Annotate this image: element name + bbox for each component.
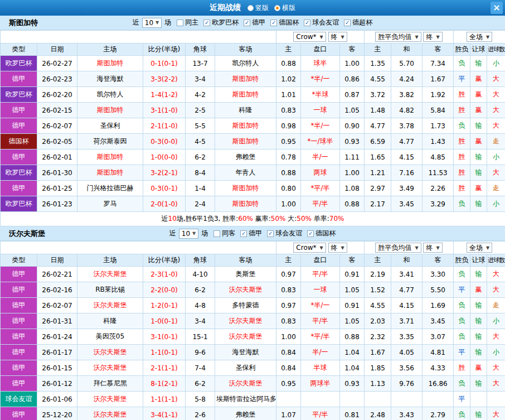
goals-result-cell: 大 <box>487 103 505 118</box>
score-cell: 1-2(0-1) <box>143 298 186 313</box>
filter-checkbox-欧罗巴杯[interactable]: ✓欧罗巴杯 <box>203 18 239 27</box>
match-row: 德甲26-02-07沃尔夫斯堡1-2(0-1)4-8多特蒙德0.97*半/一0.… <box>1 298 505 313</box>
filter-checkbox-球会友谊[interactable]: ✓球会友谊 <box>267 229 302 238</box>
date-cell: 26-02-07 <box>37 298 77 313</box>
filter-checkbox-同主[interactable]: 同主 <box>177 18 198 27</box>
home-team-cell: 沃尔夫斯堡 <box>77 392 143 407</box>
europe-stage-select[interactable]: 终▼ <box>423 243 442 253</box>
asia-home-odds-cell: 0.78 <box>276 149 301 165</box>
odds-stage-select[interactable]: 终▼ <box>328 32 347 42</box>
radio-unselected-icon[interactable] <box>247 5 254 11</box>
summary-part: 赢率: <box>253 215 271 223</box>
match-count-select[interactable]: 10 ▼ <box>142 18 162 28</box>
europe-odds-select[interactable]: 胜平负均值▼ <box>375 32 421 42</box>
home-team-cell: 科隆 <box>77 313 143 329</box>
filter-checkbox-德甲[interactable]: ✓德甲 <box>240 229 262 238</box>
result-cell: 平 <box>454 345 470 360</box>
euro-home-odds-cell: 2.48 <box>365 407 391 420</box>
radio-selected-icon[interactable] <box>274 5 280 11</box>
col-asia-away: 客 <box>340 254 365 267</box>
goals-result-cell: 大 <box>487 360 505 376</box>
summary-part: 70% <box>329 215 344 223</box>
asia-home-odds-cell: 1.00 <box>276 196 301 212</box>
date-cell: 25-12-20 <box>37 407 77 420</box>
summary-row: 近10场,胜6平1负3, 胜率:60% 赢率:50% 大:50% 单率:70% <box>1 212 505 226</box>
date-cell: 26-01-15 <box>37 360 77 376</box>
home-team-cell: 斯图加特 <box>77 56 143 71</box>
corners-cell: 13-7 <box>186 56 215 71</box>
home-team-cell: 荷尔斯泰因 <box>77 134 143 149</box>
score-cell: 3-1(1-0) <box>143 103 186 118</box>
scope-select[interactable]: 全场▼ <box>467 32 492 42</box>
checkbox-checked-icon[interactable]: ✓ <box>240 230 247 237</box>
match-count-select[interactable]: 10 ▼ <box>179 229 198 239</box>
filter-checkbox-德国杯[interactable]: ✓德国杯 <box>307 229 336 238</box>
select-value: 终 <box>426 243 433 253</box>
type-cell: 德甲 <box>1 298 37 313</box>
asia-away-odds-cell: 0.87 <box>340 87 365 103</box>
section-header: 斯图加特 近 10 ▼ 场 同主✓欧罗巴杯✓德甲✓德国杯✓球会友谊✓德超杯 <box>0 16 505 30</box>
goals-result-cell: 大 <box>487 407 505 420</box>
odds-company-select[interactable]: Crow*▼ <box>293 243 326 253</box>
layout-option-horizontal[interactable]: 横版 <box>274 3 295 13</box>
match-row: 德甲26-02-07圣保利2-1(1-0)5-5斯图加特0.98*半/一0.90… <box>1 118 505 134</box>
odds-stage-select[interactable]: 终▼ <box>328 243 347 253</box>
layout-option-vertical[interactable]: 竖版 <box>247 3 269 13</box>
euro-draw-odds-cell: 3.49 <box>391 181 423 196</box>
select-value: 终 <box>331 32 338 42</box>
result-cell: 胜 <box>454 181 470 196</box>
asia-home-odds-cell: 0.97 <box>276 298 301 313</box>
checkbox-checked-icon[interactable]: ✓ <box>304 20 310 26</box>
score-cell: 1-4(1-2) <box>143 87 186 103</box>
checkbox-checked-icon[interactable]: ✓ <box>267 230 274 237</box>
match-row: 德甲26-01-25门兴格拉德巴赫0-3(0-1)1-4斯图加特0.80*平/半… <box>1 181 505 196</box>
asia-away-odds-cell: 0.93 <box>340 134 365 149</box>
checkbox-checked-icon[interactable]: ✓ <box>270 20 277 26</box>
close-icon[interactable]: × <box>491 2 503 14</box>
filter-checkbox-德甲[interactable]: ✓德甲 <box>244 18 265 27</box>
handicap-result-cell: 输 <box>470 165 487 181</box>
date-cell: 26-02-23 <box>37 71 77 87</box>
date-cell: 26-02-21 <box>37 267 77 282</box>
section-controls: 近 10 ▼ 场 同主✓欧罗巴杯✓德甲✓德国杯✓球会友谊✓德超杯 <box>133 18 372 28</box>
col-result: 胜负 <box>454 254 470 267</box>
europe-odds-select[interactable]: 胜平负均值▼ <box>375 243 421 253</box>
scope-filters: 全场▼ <box>454 31 505 44</box>
matches-table: Crow*▼ 终▼ 胜平负均值▼ 终▼ 全场▼ 类型 日期 主场 比分(半场) <box>0 241 505 420</box>
odds-company-select[interactable]: Crow*▼ <box>293 32 326 42</box>
checkbox-checked-icon[interactable]: ✓ <box>307 230 314 237</box>
asia-away-odds-cell: 0.91 <box>340 298 365 313</box>
asia-away-odds-cell: 0.88 <box>340 329 365 345</box>
checkbox-checked-icon[interactable]: ✓ <box>244 20 250 26</box>
europe-stage-select[interactable]: 终▼ <box>423 32 442 42</box>
handicap-result-cell: 输 <box>470 149 487 165</box>
match-row: 欧罗巴杯26-02-27斯图加特0-1(0-1)13-7凯尔特人0.88球半1.… <box>1 56 505 71</box>
match-row: 德甲26-01-17沃尔夫斯堡1-1(0-1)9-6海登海默0.84半/一1.0… <box>1 345 505 360</box>
scope-select[interactable]: 全场▼ <box>467 243 492 253</box>
chevron-down-icon: ▼ <box>415 245 418 250</box>
filter-checkbox-德超杯[interactable]: ✓德超杯 <box>344 18 372 27</box>
home-team-cell: 海登海默 <box>77 71 143 87</box>
filter-checkbox-德国杯[interactable]: ✓德国杯 <box>270 18 299 27</box>
asia-home-odds-cell: 0.80 <box>276 181 301 196</box>
match-row: 德甲26-02-01斯图加特1-0(0-0)6-2弗赖堡0.78半/一1.111… <box>1 149 505 165</box>
filter-checkbox-label: 欧罗巴杯 <box>212 18 239 27</box>
games-label: 场 <box>164 18 171 27</box>
euro-away-odds-cell <box>423 392 454 407</box>
checkbox-unchecked-icon[interactable] <box>213 230 220 237</box>
away-team-cell: 斯图加特 <box>215 134 276 149</box>
filter-checkbox-同客[interactable]: 同客 <box>213 229 235 238</box>
euro-draw-odds-cell: 3.41 <box>391 267 423 282</box>
col-euro-draw: 和 <box>391 254 423 267</box>
match-row: 德甲26-01-31科隆1-0(0-1)3-4沃尔夫斯堡0.83平/半1.052… <box>1 313 505 329</box>
result-cell: 胜 <box>454 360 470 376</box>
type-cell: 德甲 <box>1 360 37 376</box>
goals-result-cell: 小 <box>487 345 505 360</box>
filter-checkbox-球会友谊[interactable]: ✓球会友谊 <box>304 18 339 27</box>
checkbox-checked-icon[interactable]: ✓ <box>344 20 351 26</box>
asia-home-odds-cell: 0.88 <box>276 56 301 71</box>
checkbox-unchecked-icon[interactable] <box>177 20 183 26</box>
euro-draw-odds-cell: 3.71 <box>391 313 423 329</box>
date-cell: 26-02-27 <box>37 56 77 71</box>
checkbox-checked-icon[interactable]: ✓ <box>203 20 210 26</box>
